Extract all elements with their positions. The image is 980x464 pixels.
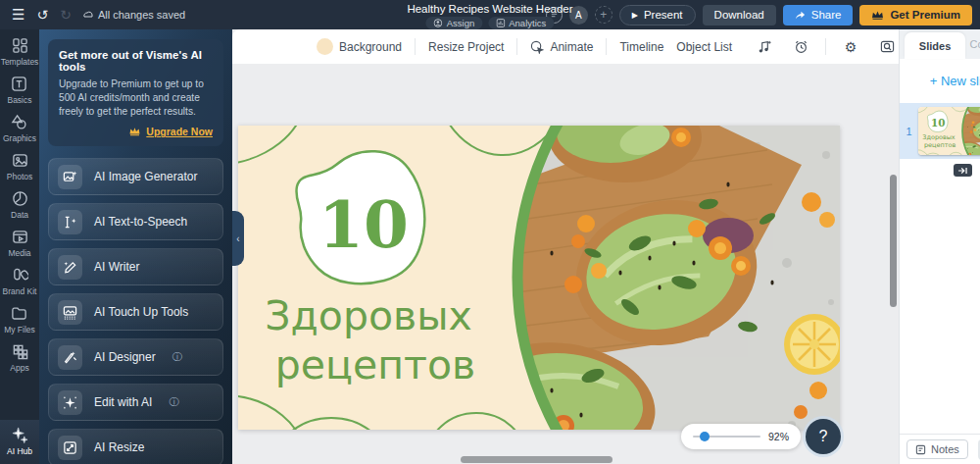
edit-with-ai-button[interactable]: Edit with AI ⓘ: [48, 384, 223, 421]
workspace: Background Resize Project Animate Timeli…: [232, 29, 899, 464]
brand-kit-icon: [12, 267, 28, 284]
info-icon[interactable]: ⓘ: [169, 395, 178, 409]
ai-touch-up-icon: [58, 300, 82, 325]
upgrade-now-link[interactable]: Upgrade Now: [59, 126, 213, 137]
promo-title: Get more out of Visme's AI tools: [59, 49, 213, 73]
timeline-button[interactable]: Timeline: [619, 40, 663, 54]
templates-icon: [12, 37, 28, 54]
notes-icon: [915, 444, 926, 455]
ai-text-to-speech-button[interactable]: AI Text-to-Speech: [48, 203, 223, 240]
assign-person-icon: [434, 19, 443, 27]
ai-hub-panel: Get more out of Visme's AI tools Upgrade…: [39, 29, 232, 464]
info-icon[interactable]: ⓘ: [172, 350, 182, 364]
toolbar-divider: [825, 38, 826, 55]
crown-icon: [128, 127, 141, 136]
ai-designer-button[interactable]: AI Designer ⓘ: [48, 338, 223, 376]
redo-icon[interactable]: ↻: [60, 7, 72, 23]
top-bar: ☰ ↺ ↻ All changes saved Healthy Recipes …: [0, 0, 980, 29]
ai-touch-up-tools-button[interactable]: AI Touch Up Tools: [48, 293, 223, 331]
help-button[interactable]: ?: [806, 419, 841, 454]
panel-tabs: Slides Comments: [900, 29, 980, 59]
ai-resize-button[interactable]: AI Resize: [48, 429, 223, 464]
slide-transition-button[interactable]: [954, 164, 972, 177]
autosave-status: All changes saved: [83, 9, 185, 21]
edit-with-ai-icon: [58, 390, 82, 415]
basics-icon: [11, 76, 27, 92]
vertical-scrollbar[interactable]: [890, 175, 897, 307]
design-canvas[interactable]: [238, 126, 840, 430]
slides-panel: Slides Comments + New slide 1 Notes: [899, 29, 980, 464]
alarm-clock-icon: [794, 39, 808, 54]
ai-resize-icon: [58, 436, 82, 460]
sidebar-item-media[interactable]: Media: [8, 229, 30, 258]
download-button[interactable]: Download: [703, 5, 776, 26]
object-list-button[interactable]: Object List: [676, 40, 732, 54]
sidebar-item-ai-hub[interactable]: AI Hub: [0, 420, 39, 464]
preview-magnifier-icon: [880, 39, 895, 54]
graphics-icon: [11, 114, 27, 130]
ai-hub-sparkles-icon: [12, 427, 28, 443]
panel-collapse-handle[interactable]: ‹: [232, 211, 244, 266]
music-note-icon: [758, 39, 772, 54]
animate-button[interactable]: Animate: [530, 40, 593, 54]
zoom-slider-thumb[interactable]: [700, 432, 710, 441]
get-premium-button[interactable]: Get Premium: [859, 5, 972, 26]
sidebar-item-templates[interactable]: Templates: [1, 37, 39, 67]
play-icon: ▶: [632, 11, 638, 20]
chevron-left-icon: ‹: [236, 233, 239, 244]
sidebar-item-graphics[interactable]: Graphics: [3, 114, 36, 143]
sidebar-item-data[interactable]: Data: [11, 190, 28, 220]
ai-writer-icon: [58, 255, 82, 280]
horizontal-scrollbar[interactable]: [461, 456, 612, 463]
canvas-toolbar: Background Resize Project Animate Timeli…: [232, 29, 899, 64]
sidebar-item-my-files[interactable]: My Files: [4, 305, 35, 335]
new-slide-button[interactable]: + New slide: [900, 59, 980, 103]
promo-body: Upgrade to Premium to get up to 500 AI c…: [59, 77, 213, 119]
document-title[interactable]: Healthy Recipes Website Header: [407, 3, 572, 15]
media-icon: [12, 229, 28, 245]
tab-comments[interactable]: Comments: [965, 29, 980, 59]
audio-button[interactable]: [753, 35, 776, 59]
sidebar-item-basics[interactable]: Basics: [7, 76, 31, 105]
cloud-check-icon: [83, 10, 93, 20]
main-area: Templates Basics Graphics Photos Data Me…: [0, 29, 980, 464]
sidebar-item-brand-kit[interactable]: Brand Kit: [3, 267, 37, 296]
panel-footer: Notes: [900, 434, 980, 464]
preview-button[interactable]: [875, 35, 899, 59]
canvas-stage: 92% ?: [232, 64, 899, 464]
background-color-button[interactable]: Background: [317, 38, 402, 55]
slide-design: [238, 126, 840, 430]
present-button[interactable]: ▶ Present: [619, 5, 696, 26]
sidebar-item-photos[interactable]: Photos: [7, 152, 32, 181]
resize-project-button[interactable]: Resize Project: [428, 40, 504, 54]
add-collaborator-button[interactable]: +: [595, 6, 612, 24]
crown-icon: [871, 10, 884, 21]
undo-icon[interactable]: ↺: [36, 7, 48, 23]
apps-icon: [12, 343, 28, 360]
tab-slides[interactable]: Slides: [905, 32, 965, 59]
zoom-value: 92%: [768, 431, 789, 442]
timer-button[interactable]: [789, 35, 812, 59]
hamburger-menu-icon[interactable]: ☰: [12, 6, 24, 24]
toolbar-divider: [415, 38, 416, 55]
left-icon-rail: Templates Basics Graphics Photos Data Me…: [0, 29, 39, 464]
photos-icon: [12, 152, 28, 169]
gear-icon: ⚙: [845, 39, 858, 55]
panel-spacer: [900, 177, 980, 434]
transition-arrow-icon: [957, 167, 968, 175]
settings-button[interactable]: ⚙: [839, 35, 862, 59]
toolbar-divider: [516, 38, 517, 55]
slide-thumbnail[interactable]: [918, 107, 980, 155]
share-button[interactable]: Share: [783, 5, 854, 26]
ai-writer-button[interactable]: AI Writer: [48, 248, 223, 285]
slide-list-item[interactable]: 1: [900, 103, 980, 159]
sidebar-item-apps[interactable]: Apps: [10, 343, 28, 373]
ai-upgrade-promo-card: Get more out of Visme's AI tools Upgrade…: [48, 39, 223, 146]
animate-icon: [530, 40, 544, 54]
notes-button[interactable]: Notes: [906, 439, 968, 459]
ai-image-generator-button[interactable]: AI Image Generator: [48, 158, 223, 195]
zoom-slider[interactable]: [693, 436, 760, 438]
assign-button[interactable]: Assign: [426, 17, 483, 29]
analytics-button[interactable]: Analytics: [488, 17, 554, 29]
data-icon: [12, 190, 28, 207]
